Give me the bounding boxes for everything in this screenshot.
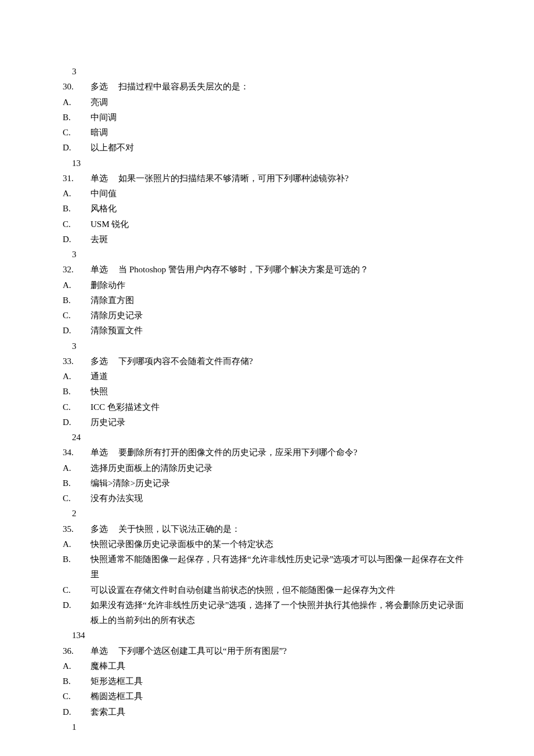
option: D.套索工具 bbox=[63, 704, 471, 719]
question-number: 35. bbox=[63, 521, 91, 537]
option-label: D. bbox=[63, 323, 91, 338]
answer: 2 bbox=[63, 506, 471, 521]
question: 30.多选扫描过程中最容易丢失层次的是：A.亮调B.中间调C.暗调D.以上都不对… bbox=[63, 79, 471, 171]
option-label: A. bbox=[63, 460, 91, 476]
option: A.亮调 bbox=[63, 95, 471, 110]
option: C.暗调 bbox=[63, 125, 471, 140]
question-number: 32. bbox=[63, 262, 91, 277]
option-label: A. bbox=[63, 95, 91, 110]
question-type: 多选 bbox=[91, 354, 118, 369]
question-stem: 下列哪个选区创建工具可以“用于所有图层”? bbox=[118, 643, 287, 658]
answer: 13 bbox=[63, 156, 471, 171]
option: A.中间值 bbox=[63, 186, 471, 201]
option-label: B. bbox=[63, 674, 91, 689]
option-text: 魔棒工具 bbox=[91, 658, 471, 674]
question-number: 33. bbox=[63, 354, 91, 369]
answer: 24 bbox=[63, 430, 471, 445]
question-header: 31.单选如果一张照片的扫描结果不够清晰，可用下列哪种滤镜弥补? bbox=[63, 171, 471, 186]
option-text: 快照记录图像历史记录面板中的某一个特定状态 bbox=[91, 537, 471, 552]
option-text: 清除预置文件 bbox=[91, 323, 471, 338]
answer: 1 bbox=[63, 719, 471, 735]
option-label: C. bbox=[63, 582, 91, 597]
option: D.清除预置文件 bbox=[63, 323, 471, 338]
question: 34.单选要删除所有打开的图像文件的历史记录，应采用下列哪个命令?A.选择历史面… bbox=[63, 445, 471, 521]
option: B.中间调 bbox=[63, 110, 471, 125]
question-header: 36.单选下列哪个选区创建工具可以“用于所有图层”? bbox=[63, 643, 471, 658]
option-label: D. bbox=[63, 597, 91, 628]
option-label: C. bbox=[63, 689, 91, 704]
question-stem: 如果一张照片的扫描结果不够清晰，可用下列哪种滤镜弥补? bbox=[118, 171, 349, 186]
previous-answer: 3 bbox=[63, 64, 471, 79]
question-type: 单选 bbox=[91, 262, 118, 277]
option: B.编辑>清除>历史记录 bbox=[63, 476, 471, 491]
option: A.选择历史面板上的清除历史记录 bbox=[63, 460, 471, 476]
option-label: B. bbox=[63, 201, 91, 216]
option-text: 亮调 bbox=[91, 95, 471, 110]
option: C.没有办法实现 bbox=[63, 491, 471, 506]
question: 33.多选下列哪项内容不会随着文件而存储?A.通道B.快照C.ICC 色彩描述文… bbox=[63, 354, 471, 445]
option-label: C. bbox=[63, 399, 91, 415]
option-label: B. bbox=[63, 476, 91, 491]
option-text: 清除历史记录 bbox=[91, 308, 471, 323]
option-label: A. bbox=[63, 369, 91, 384]
option-text: 套索工具 bbox=[91, 704, 471, 719]
question-number: 34. bbox=[63, 445, 91, 460]
option-label: A. bbox=[63, 278, 91, 293]
question-type: 单选 bbox=[91, 171, 118, 186]
option-text: 快照 bbox=[91, 384, 471, 399]
option: B.快照 bbox=[63, 384, 471, 399]
answer: 3 bbox=[63, 247, 471, 262]
option: B.矩形选框工具 bbox=[63, 674, 471, 689]
option-label: B. bbox=[63, 384, 91, 399]
option-label: D. bbox=[63, 415, 91, 430]
option: D.去斑 bbox=[63, 232, 471, 247]
question-header: 34.单选要删除所有打开的图像文件的历史记录，应采用下列哪个命令? bbox=[63, 445, 471, 460]
option-label: B. bbox=[63, 293, 91, 308]
option-label: A. bbox=[63, 658, 91, 674]
option: C.USM 锐化 bbox=[63, 217, 471, 232]
answer: 134 bbox=[63, 628, 471, 643]
option: C.可以设置在存储文件时自动创建当前状态的快照，但不能随图像一起保存为文件 bbox=[63, 582, 471, 597]
option-label: C. bbox=[63, 308, 91, 323]
question-header: 32.单选当 Photoshop 警告用户内存不够时，下列哪个解决方案是可选的？ bbox=[63, 262, 471, 277]
option: B.快照通常不能随图像一起保存，只有选择“允许非线性历史记录”选项才可以与图像一… bbox=[63, 552, 471, 582]
questions-container: 30.多选扫描过程中最容易丢失层次的是：A.亮调B.中间调C.暗调D.以上都不对… bbox=[63, 79, 471, 735]
option: A.删除动作 bbox=[63, 278, 471, 293]
option-label: C. bbox=[63, 125, 91, 140]
option: A.通道 bbox=[63, 369, 471, 384]
option-text: 可以设置在存储文件时自动创建当前状态的快照，但不能随图像一起保存为文件 bbox=[91, 582, 471, 597]
option: C.ICC 色彩描述文件 bbox=[63, 399, 471, 415]
question: 32.单选当 Photoshop 警告用户内存不够时，下列哪个解决方案是可选的？… bbox=[63, 262, 471, 354]
option-text: 以上都不对 bbox=[91, 140, 471, 155]
option-label: A. bbox=[63, 537, 91, 552]
question-number: 30. bbox=[63, 79, 91, 94]
option-text: 中间值 bbox=[91, 186, 471, 201]
option-text: 如果没有选择“允许非线性历史记录”选项，选择了一个快照并执行其他操作，将会删除历… bbox=[91, 597, 471, 628]
option-label: C. bbox=[63, 217, 91, 232]
option-label: D. bbox=[63, 140, 91, 155]
option-text: ICC 色彩描述文件 bbox=[91, 399, 471, 415]
question-number: 31. bbox=[63, 171, 91, 186]
option-text: 选择历史面板上的清除历史记录 bbox=[91, 460, 471, 476]
option-label: B. bbox=[63, 110, 91, 125]
question-type: 单选 bbox=[91, 445, 118, 460]
option-label: D. bbox=[63, 232, 91, 247]
option-text: 快照通常不能随图像一起保存，只有选择“允许非线性历史记录”选项才可以与图像一起保… bbox=[91, 552, 471, 582]
question-header: 33.多选下列哪项内容不会随着文件而存储? bbox=[63, 354, 471, 369]
option: D.以上都不对 bbox=[63, 140, 471, 155]
option: D.如果没有选择“允许非线性历史记录”选项，选择了一个快照并执行其他操作，将会删… bbox=[63, 597, 471, 628]
option-label: A. bbox=[63, 186, 91, 201]
option-text: 中间调 bbox=[91, 110, 471, 125]
question-type: 多选 bbox=[91, 79, 118, 94]
question-header: 35.多选关于快照，以下说法正确的是： bbox=[63, 521, 471, 537]
question-stem: 关于快照，以下说法正确的是： bbox=[118, 521, 240, 537]
option-text: 编辑>清除>历史记录 bbox=[91, 476, 471, 491]
option-text: USM 锐化 bbox=[91, 217, 471, 232]
question-type: 单选 bbox=[91, 643, 118, 658]
option-text: 没有办法实现 bbox=[91, 491, 471, 506]
question: 36.单选下列哪个选区创建工具可以“用于所有图层”?A.魔棒工具B.矩形选框工具… bbox=[63, 643, 471, 735]
option: C.椭圆选框工具 bbox=[63, 689, 471, 704]
document-page: 3 30.多选扫描过程中最容易丢失层次的是：A.亮调B.中间调C.暗调D.以上都… bbox=[0, 0, 534, 756]
option: B.风格化 bbox=[63, 201, 471, 216]
option: B.清除直方图 bbox=[63, 293, 471, 308]
